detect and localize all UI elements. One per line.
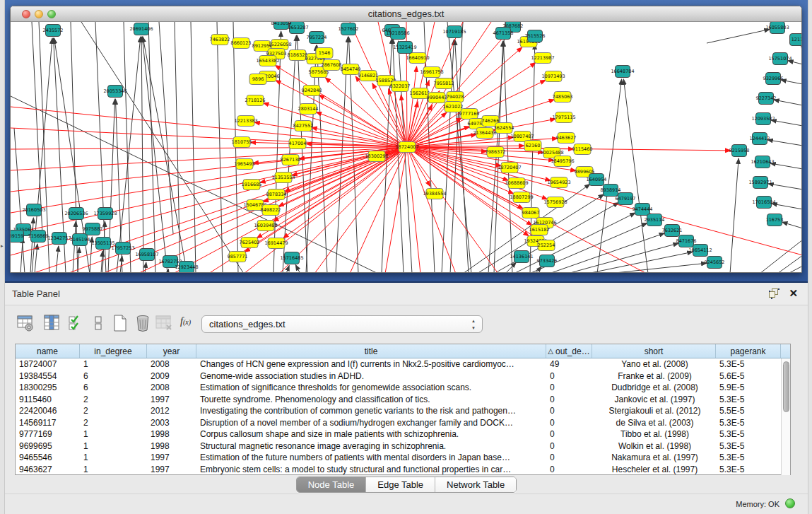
table-row[interactable]: 977716911998Corpus callosum shape and si… [16,428,790,440]
select-rows-icon[interactable] [67,314,86,332]
tab-network-table[interactable]: Network Table [435,477,516,492]
graph-node-label: 18807299 [510,194,533,200]
minimize-window-button[interactable] [35,10,43,18]
graph-node-label: 20691406 [129,26,153,32]
graph-node-label: 252254 [538,243,555,248]
table-row[interactable]: 1456911722003Disruption of a novel membe… [16,417,790,429]
column-header-short[interactable]: short [592,344,716,358]
graph-node-label: 16648784 [611,69,634,74]
graph-node-label: 11325419 [393,45,416,50]
table-settings-icon[interactable] [16,314,35,332]
table-cell: 5.3E-5 [716,394,781,406]
graph-node-label: 19384554 [423,191,446,197]
graph-node-label: 9474444 [632,206,653,212]
graph-node-label: 7515526 [525,33,546,39]
graph-edge [730,158,739,273]
graph-node-label: 7986372 [486,149,506,155]
graph-node-label: 8215958 [729,148,750,153]
close-window-button[interactable] [22,10,30,18]
table-cell: 1 [80,452,147,464]
scrollbar-thumb[interactable] [783,361,789,412]
row-height-icon[interactable] [90,314,108,332]
graph-node-label: 9990443 [427,95,447,100]
function-builder-icon[interactable]: f(x) [180,316,199,334]
table-cell: 18300295 [16,382,80,394]
table-cell: 2008 [147,382,196,394]
graph-node-label: 10807487 [510,134,534,139]
tab-edge-table[interactable]: Edge Table [366,477,435,492]
table-cell: 14569117 [16,417,80,429]
close-panel-icon[interactable]: ✕ [789,287,798,300]
table-row[interactable]: 946362711997Embryonic stem cells: a mode… [16,464,790,476]
graph-node-label: 16914479 [264,240,288,246]
table-cell: Nakamura et al. (1997) [592,452,716,464]
table-row[interactable]: 2242004622012Investigating the contribut… [16,405,790,417]
graph-node-label: 9242848 [302,88,322,93]
zoom-window-button[interactable] [47,10,56,18]
graph-node-label: 15756928 [543,199,567,205]
table-cell: Genome-wide association studies in ADHD. [196,370,546,382]
select-columns-icon[interactable] [43,314,61,332]
graph-edge [407,102,418,147]
table-cell: 0 [546,394,592,406]
column-header-in_degree[interactable]: in_degree [80,344,147,358]
table-cell: Estimation of significance thresholds fo… [196,382,546,394]
column-header-pagerank[interactable]: pagerank [716,344,781,358]
graph-node-label: 1546 [319,50,331,56]
tab-node-table[interactable]: Node Table [297,477,367,492]
table-cell: 5.3E-5 [716,440,781,452]
graph-edge [767,140,802,146]
table-tabs-bar: Node TableEdge TableNetwork Table [5,475,808,495]
table-cell: Tibbo et al. (1998) [592,428,716,440]
vertical-scrollbar[interactable] [781,358,790,475]
table-panel: Table Panel ✕ [5,283,808,514]
table-cell: 22420046 [16,405,80,417]
table-selector-value: citations_edges.txt [209,319,286,329]
table-row[interactable]: 1872400712008Changes of HCN gene express… [16,358,790,370]
table-cell: 5.3E-5 [716,464,781,476]
graph-node-label: 12093582 [751,116,775,122]
collapse-arrow-icon[interactable]: ▸ [1,243,4,249]
sort-ascending-icon: △ [548,347,553,355]
graph-node-label: 1145194 [70,237,90,243]
table-cell: 9115460 [16,394,80,406]
graph-node-label: 18724007 [395,144,418,150]
graph-edge [801,46,802,49]
table-panel-header: Table Panel ✕ [5,283,808,305]
table-cell: 5.3E-5 [716,428,781,440]
table-row[interactable]: 1830029562008Estimation of significance … [16,382,790,394]
table-row[interactable]: 911546021997Tourette syndrome. Phenomeno… [16,394,790,406]
graph-node-label: 1916685 [242,182,262,187]
table-cell: 18724007 [16,358,80,370]
graph-node-label: 7957224 [307,35,327,40]
table-cell: 5.3E-5 [716,358,781,370]
table-selector-combobox[interactable]: citations_edges.txt ▲▼ [201,315,483,333]
float-panel-icon[interactable] [769,288,779,299]
table-row[interactable]: 969969511998Structural magnetic resonanc… [16,440,790,452]
network-canvas[interactable]: 1872400718300295193845549777169649756874… [11,22,802,273]
table-row[interactable]: 1938455462009Genome-wide association stu… [16,370,790,382]
network-view-window[interactable]: citations_edges.txt 18724007183002951938… [10,6,802,273]
graph-edge [774,100,802,105]
table-cell: 6 [80,370,147,382]
graph-node-label: 15751074 [768,56,792,62]
graph-edge [760,240,802,273]
table-row[interactable]: 946554611997Estimation of the future num… [16,452,790,464]
column-header-year[interactable]: year [147,344,196,358]
graph-node-label: 1810755 [232,139,252,145]
table-panel-title: Table Panel [12,288,60,299]
combobox-stepper-icon[interactable]: ▲▼ [471,317,476,332]
column-header-out_de[interactable]: △out_de… [546,344,592,358]
graph-node-label: 17016504 [752,199,775,205]
trash-icon[interactable] [134,314,152,332]
column-header-title[interactable]: title [196,344,546,358]
graph-node-label: 7463822 [210,37,230,42]
graph-node-label: 17359928 [93,211,117,216]
graph-node-label: 10654112 [688,247,712,253]
graph-edge [14,128,25,273]
column-header-name[interactable]: name [16,344,80,358]
table-cell: 0 [546,440,592,452]
network-window-titlebar[interactable]: citations_edges.txt [11,6,801,22]
new-document-icon[interactable] [111,314,129,332]
graph-node-label: 15226058 [268,42,291,47]
